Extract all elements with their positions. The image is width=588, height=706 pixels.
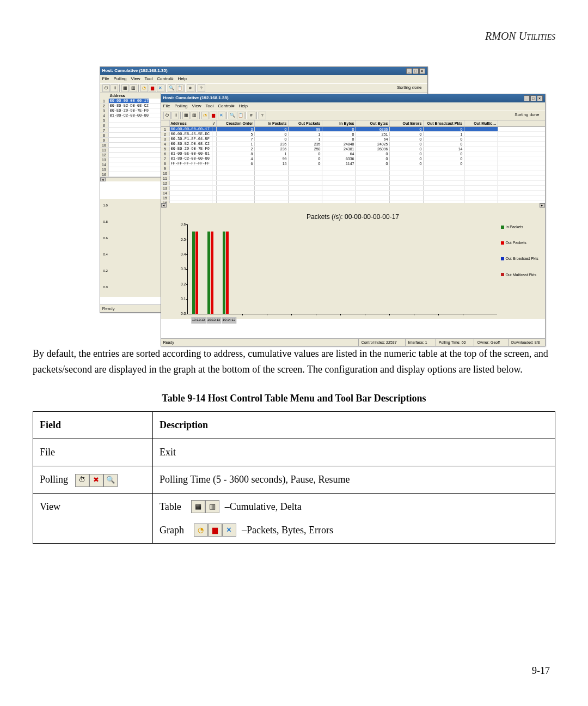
table-row[interactable]: 11: [161, 176, 545, 181]
polling-icons: ⏱ ✖ 🔍: [75, 474, 118, 487]
table-row[interactable]: 701-80-C2-00-00-0049906336000: [161, 156, 545, 161]
tb-pause-icon[interactable]: ⏸: [111, 84, 118, 92]
table-row[interactable]: 300-30-F1-8F-04-5F70106400: [161, 137, 545, 142]
hdr-address[interactable]: Address: [170, 120, 212, 126]
tb-delta-icon[interactable]: ▥: [191, 112, 198, 119]
tb-bytes-icon[interactable]: ▆: [210, 112, 217, 119]
table-row[interactable]: 12: [100, 153, 161, 157]
table-row[interactable]: 14: [161, 191, 545, 196]
menu-file[interactable]: File: [102, 76, 109, 83]
table-row[interactable]: 401-80-C2-00-00-00: [100, 113, 161, 118]
tb-bytes-icon[interactable]: ▆: [149, 84, 156, 92]
menu-tool[interactable]: Tool: [145, 76, 153, 83]
status-segment: Downloaded: 8/8: [508, 339, 543, 346]
table-row[interactable]: 10: [100, 143, 161, 148]
minimize-icon[interactable]: _: [406, 68, 412, 74]
desc-polling: Polling Time (5 - 3600 seconds), Pause, …: [153, 466, 555, 493]
menu-control[interactable]: Control#: [157, 76, 173, 83]
menu-view[interactable]: View: [131, 76, 140, 83]
table-row[interactable]: 400-80-52-D0-08-C21235235248402402500: [161, 142, 545, 147]
scroll-left-icon[interactable]: ◄: [100, 178, 106, 181]
tb-copy-icon[interactable]: 📋: [176, 84, 183, 92]
hdr-inbytes[interactable]: In Bytes: [322, 120, 356, 126]
menu-tool[interactable]: Tool: [206, 103, 214, 110]
legend-item: Out Multicast Pkts: [501, 272, 542, 278]
tb-index-icon[interactable]: #: [187, 84, 194, 92]
menu-file[interactable]: File: [163, 103, 170, 110]
tb-errors-icon[interactable]: ✕: [157, 84, 164, 92]
table-row[interactable]: 200-00-E8-45-5E-DC501025101: [161, 132, 545, 137]
table-row[interactable]: 200-80-52-D0-08-C2: [100, 104, 161, 108]
hdr-sort[interactable]: /: [212, 120, 217, 126]
tb-clock-icon[interactable]: ⏱: [102, 84, 110, 92]
menu-polling[interactable]: Polling: [113, 76, 126, 83]
menu-help[interactable]: Help: [178, 76, 187, 83]
table-row[interactable]: 11: [100, 148, 161, 153]
menu-help[interactable]: Help: [239, 103, 248, 110]
col-address-hdr[interactable]: Address: [109, 93, 161, 99]
table-row: File Exit: [33, 439, 555, 466]
hdr-outbcast[interactable]: Out Broadcast Pkts: [424, 120, 464, 126]
table-row[interactable]: 500-E0-29-90-7E-F922362502438126096014: [161, 147, 545, 151]
tb-packets-icon[interactable]: ◔: [201, 112, 209, 119]
hdr-outbytes[interactable]: Out Bytes: [356, 120, 390, 126]
minimize-icon[interactable]: _: [524, 95, 530, 101]
hdr-inpkts[interactable]: In Packets: [255, 120, 289, 126]
tb-index-icon[interactable]: #: [248, 112, 255, 119]
tb-cumul-icon[interactable]: ▦: [121, 84, 129, 92]
chart-legend: In PacketsOut PacketsOut Broadcast PktsO…: [501, 224, 542, 288]
close-icon[interactable]: ×: [419, 68, 425, 74]
table-row[interactable]: 100-00-00-00-00-1730990633600: [161, 127, 545, 132]
hdr-creation[interactable]: Creation Order: [217, 120, 255, 126]
tb-find-icon[interactable]: 🔍: [229, 112, 236, 119]
delta-icon: ▥: [205, 500, 219, 513]
table-row[interactable]: 10: [161, 171, 545, 176]
table-row[interactable]: 9: [100, 138, 161, 143]
menu-view[interactable]: View: [192, 103, 201, 110]
menu-control[interactable]: Control#: [218, 103, 234, 110]
table-row[interactable]: 100-00-00-00-00-17: [100, 99, 161, 104]
tb-pause-icon[interactable]: ⏸: [171, 112, 179, 119]
chart-panel: Packets (/s): 00-00-00-00-00-17 0.60.50.…: [161, 208, 545, 319]
table-row[interactable]: 14: [100, 162, 161, 167]
view-table-text: –Cumulative, Delta: [225, 499, 302, 515]
table-row[interactable]: 13: [100, 157, 161, 162]
hdr-outpkts[interactable]: Out Packets: [289, 120, 322, 126]
hdr-outerr[interactable]: Out Errors: [390, 120, 424, 126]
table-row[interactable]: 13: [161, 186, 545, 191]
maximize-icon[interactable]: □: [413, 68, 419, 74]
scroll-right-icon[interactable]: ►: [540, 203, 545, 208]
table-row[interactable]: 5: [100, 118, 161, 123]
tb-help-icon[interactable]: ?: [259, 112, 266, 119]
back-hscroll[interactable]: ◄: [100, 177, 161, 181]
tb-delta-icon[interactable]: ▥: [130, 84, 137, 92]
tb-packets-icon[interactable]: ◔: [140, 84, 148, 92]
tb-clock-icon[interactable]: ⏱: [163, 112, 171, 119]
menu-polling[interactable]: Polling: [174, 103, 187, 110]
table-row[interactable]: 15: [161, 196, 545, 200]
close-icon[interactable]: ×: [537, 95, 543, 101]
table-row[interactable]: 601-00-5E-00-00-0181064000: [161, 151, 545, 156]
hdr-outmcast[interactable]: Out Multic…: [464, 120, 498, 126]
tb-errors-icon[interactable]: ✕: [218, 112, 225, 119]
table-row[interactable]: 7: [100, 128, 161, 133]
table-row[interactable]: 8: [100, 133, 161, 138]
tb-find-icon[interactable]: 🔍: [168, 84, 175, 92]
scroll-left-icon[interactable]: ◄: [161, 203, 167, 208]
back-titlebar: Host: Cumulative (192.168.1.35) _ □ ×: [100, 67, 427, 75]
host-table: Address / Creation Order In Packets Out …: [161, 120, 545, 208]
table-row[interactable]: 15: [100, 167, 161, 172]
front-hscroll[interactable]: ◄ ►: [161, 203, 545, 208]
table-row[interactable]: 12: [161, 181, 545, 186]
table-row[interactable]: 9: [161, 166, 545, 171]
tb-cumul-icon[interactable]: ▦: [182, 112, 190, 119]
table-row[interactable]: 8FF-FF-FF-FF-FF-FF61501147000: [161, 161, 545, 166]
bar-group: [192, 232, 205, 314]
field-view: View: [33, 493, 153, 544]
table-row[interactable]: 6: [100, 123, 161, 128]
table-row[interactable]: 300-E0-29-90-7E-F9: [100, 108, 161, 113]
maximize-icon[interactable]: □: [530, 95, 536, 101]
table-row[interactable]: 16: [100, 172, 161, 177]
tb-copy-icon[interactable]: 📋: [237, 112, 244, 119]
tb-help-icon[interactable]: ?: [198, 84, 205, 92]
